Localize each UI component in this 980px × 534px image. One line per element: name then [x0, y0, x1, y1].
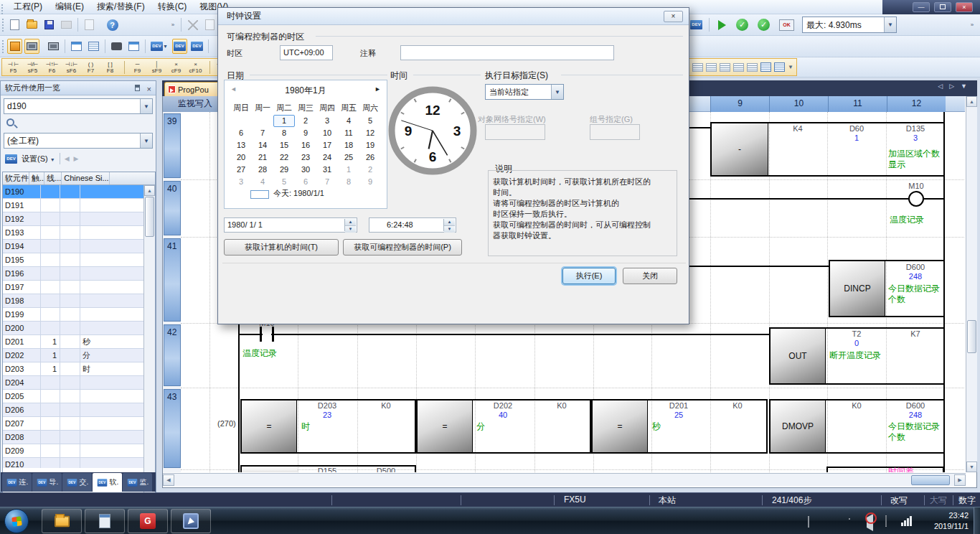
- calendar-day[interactable]: 10: [316, 127, 338, 139]
- table-row[interactable]: D208: [3, 431, 155, 444]
- show-desktop-button[interactable]: [974, 507, 980, 534]
- column-number[interactable]: 10: [769, 96, 828, 112]
- align-icon[interactable]: [706, 63, 717, 72]
- target-station-select[interactable]: 当前站指定 ▼: [485, 84, 564, 100]
- toolbar-overflow-button[interactable]: »: [967, 17, 977, 32]
- fkey-button[interactable]: × cF10: [186, 61, 205, 74]
- calendar-day[interactable]: [230, 115, 252, 127]
- time-spinner-field[interactable]: 6:24:48 ▲▼: [369, 217, 456, 233]
- fkey-button[interactable]: │ sF9: [147, 61, 166, 74]
- print-button[interactable]: [59, 17, 74, 32]
- panel-close-icon[interactable]: ×: [147, 83, 151, 96]
- rung-number[interactable]: 42: [164, 324, 181, 386]
- taskbar-gxworks-button[interactable]: G: [128, 509, 168, 533]
- compare-op[interactable]: =: [241, 400, 297, 453]
- calendar-day[interactable]: 6: [295, 176, 316, 188]
- calendar-day[interactable]: [252, 115, 273, 127]
- calendar-day[interactable]: 19: [359, 139, 381, 151]
- panel-tab[interactable]: DEV 交.: [62, 473, 92, 492]
- date-spinner[interactable]: ▲▼: [344, 219, 356, 231]
- dropdown-arrow-icon[interactable]: ▼: [140, 134, 152, 148]
- calendar-day[interactable]: 4: [252, 176, 273, 188]
- fkey-button[interactable]: ⊣ ⊢ F5: [4, 61, 23, 74]
- get-plc-time-button[interactable]: 获取可编程控制器的时间(P): [343, 239, 462, 256]
- fkey-button[interactable]: ⊣/⊢ sF5: [23, 61, 42, 74]
- calendar-day[interactable]: 18: [338, 139, 359, 151]
- table-row[interactable]: D194: [3, 240, 155, 253]
- calendar-day[interactable]: 5: [273, 176, 295, 188]
- menu-item[interactable]: 编辑(E): [49, 0, 90, 14]
- taskbar-clock[interactable]: 23:42 2019/11/1: [905, 510, 969, 532]
- calendar-day[interactable]: 22: [273, 151, 295, 164]
- fkey-button[interactable]: [120, 61, 125, 74]
- calendar-day[interactable]: 31: [316, 164, 338, 176]
- scrollbar-thumb[interactable]: [145, 197, 154, 237]
- calendar-month-label[interactable]: 1980年1月: [225, 85, 387, 97]
- scan-time-combo[interactable]: 最大: 4.930ms ▼: [802, 17, 897, 33]
- table-row[interactable]: D193: [3, 226, 155, 240]
- fkey-button[interactable]: ⊣↓⊢ sF6: [62, 61, 81, 74]
- search-icon[interactable]: [6, 118, 14, 126]
- rung-number[interactable]: 40: [164, 181, 181, 235]
- dialog-close-button[interactable]: ×: [664, 11, 683, 22]
- calendar-day[interactable]: 15: [273, 139, 295, 151]
- column-number[interactable]: 11: [828, 96, 887, 112]
- spin-up-icon[interactable]: ▲: [444, 219, 455, 226]
- calendar-day[interactable]: 20: [230, 151, 252, 164]
- module-configuration-button[interactable]: [46, 39, 61, 54]
- menu-item[interactable]: 搜索/替换(F): [90, 0, 151, 14]
- calendar-day[interactable]: 26: [359, 151, 381, 164]
- table-row[interactable]: D203 1 时: [3, 362, 155, 376]
- taskbar-explorer-button[interactable]: [42, 509, 82, 533]
- table-row[interactable]: D192: [3, 212, 155, 226]
- tab-list-icon[interactable]: ▼: [961, 83, 967, 90]
- fkey-button[interactable]: ⊣↑⊢ F6: [42, 61, 62, 74]
- calendar-day[interactable]: 29: [273, 164, 295, 176]
- calendar-day[interactable]: 21: [252, 151, 273, 164]
- calendar-day[interactable]: 9: [295, 127, 316, 139]
- instruction-op[interactable]: DINCP: [829, 261, 885, 317]
- settings-button[interactable]: 设置(S) ▼: [22, 154, 55, 164]
- find-button[interactable]: [109, 39, 124, 54]
- table-row[interactable]: D195: [3, 253, 155, 267]
- comment-field[interactable]: [400, 45, 614, 60]
- settings-icon[interactable]: DEV: [5, 154, 17, 164]
- table-row[interactable]: D205: [3, 390, 155, 403]
- watch-list-button[interactable]: [86, 39, 101, 54]
- timezone-field[interactable]: UTC+09:00: [280, 45, 333, 60]
- program-list-button[interactable]: [69, 39, 84, 54]
- table-row[interactable]: D200: [3, 322, 155, 335]
- table-row[interactable]: D210: [3, 458, 155, 468]
- tab-scroll-right-icon[interactable]: ▷: [949, 83, 954, 90]
- fkey-button[interactable]: [205, 61, 210, 74]
- table-row[interactable]: D197: [3, 281, 155, 294]
- dialog-title-bar[interactable]: 时钟设置: [218, 8, 689, 25]
- table-row[interactable]: D190: [3, 185, 155, 199]
- scroll-down-icon[interactable]: ▼: [966, 462, 977, 472]
- fkey-button[interactable]: [ ] F8: [100, 61, 120, 74]
- prev-button[interactable]: ◀: [65, 155, 70, 162]
- taskbar-remote-button[interactable]: [171, 509, 211, 533]
- table-row[interactable]: D202 1 分: [3, 349, 155, 362]
- overflow-icon[interactable]: ▼: [788, 64, 793, 70]
- volume-muted-icon[interactable]: [867, 517, 873, 528]
- compare-op[interactable]: =: [417, 400, 473, 453]
- next-button[interactable]: ▶: [74, 155, 79, 162]
- align-icon[interactable]: [692, 63, 703, 72]
- run-button[interactable]: [715, 17, 730, 32]
- minimize-button[interactable]: —: [913, 2, 930, 12]
- calendar-day[interactable]: 14: [252, 139, 273, 151]
- scope-select[interactable]: (全工程) ▼: [4, 133, 153, 149]
- calendar-day[interactable]: 8: [273, 127, 295, 139]
- calendar-day[interactable]: 23: [295, 151, 316, 164]
- calendar-day[interactable]: 2: [295, 115, 316, 127]
- rung-number[interactable]: 43: [164, 389, 181, 468]
- dialog-close-action-button[interactable]: 关闭: [623, 268, 677, 284]
- calendar-day[interactable]: 1: [338, 164, 359, 176]
- calendar-day[interactable]: 2: [359, 164, 381, 176]
- instruction-op[interactable]: -: [711, 123, 768, 176]
- calendar-day[interactable]: 4: [338, 115, 359, 127]
- contact-bar[interactable]: [272, 327, 274, 342]
- panel-tab[interactable]: DEV 导.: [32, 473, 62, 492]
- calendar-day[interactable]: 3: [316, 115, 338, 127]
